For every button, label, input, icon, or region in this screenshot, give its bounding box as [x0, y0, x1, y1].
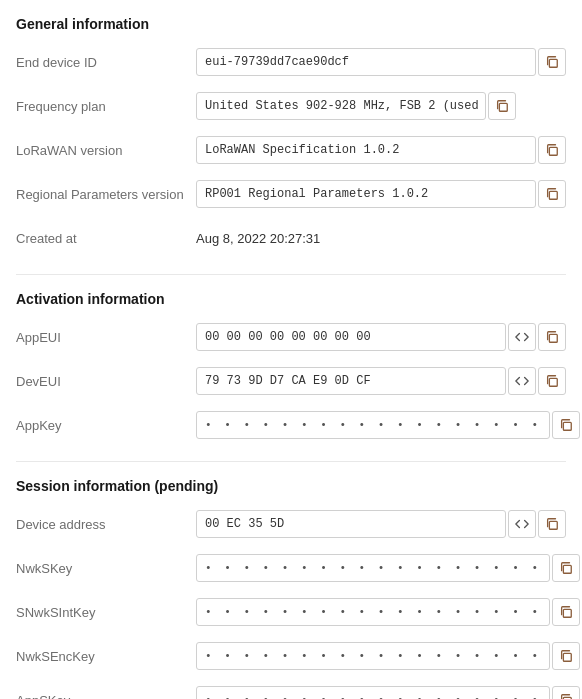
general-section: General information End device ID eui-79… [16, 16, 566, 254]
value-nwks-key: • • • • • • • • • • • • • • • • • • [196, 554, 550, 582]
svg-rect-3 [549, 191, 557, 199]
field-row-frequency-plan: Frequency plan United States 902-928 MHz… [16, 90, 566, 122]
label-nwks-enc-key: NwkSEncKey [16, 649, 196, 664]
value-frequency-plan: United States 902-928 MHz, FSB 2 (used b… [196, 92, 486, 120]
label-dev-eui: DevEUI [16, 374, 196, 389]
label-nwks-key: NwkSKey [16, 561, 196, 576]
value-lorawan-version: LoRaWAN Specification 1.0.2 [196, 136, 536, 164]
field-row-nwks-enc-key: NwkSEncKey • • • • • • • • • • • • • • •… [16, 640, 566, 672]
svg-rect-4 [549, 334, 557, 342]
copy-button-app-key[interactable] [552, 411, 580, 439]
copy-button-nwks-enc-key[interactable] [552, 642, 580, 670]
value-wrap-app-s-key: • • • • • • • • • • • • • • • • • • [196, 686, 582, 699]
session-title: Session information (pending) [16, 478, 566, 494]
label-regional-params: Regional Parameters version [16, 187, 196, 202]
value-wrap-end-device-id: eui-79739dd7cae90dcf [196, 48, 566, 76]
svg-rect-5 [549, 378, 557, 386]
activation-title: Activation information [16, 291, 566, 307]
copy-button-lorawan-version[interactable] [538, 136, 566, 164]
code-button-app-eui[interactable] [508, 323, 536, 351]
field-row-device-address: Device address 00 EC 35 5D [16, 508, 566, 540]
label-end-device-id: End device ID [16, 55, 196, 70]
value-wrap-nwks-enc-key: • • • • • • • • • • • • • • • • • • [196, 642, 582, 670]
value-dev-eui: 79 73 9D D7 CA E9 0D CF [196, 367, 506, 395]
value-wrap-snwks-int-key: • • • • • • • • • • • • • • • • • • [196, 598, 582, 626]
value-app-key: • • • • • • • • • • • • • • • • • • [196, 411, 550, 439]
copy-button-regional-params[interactable] [538, 180, 566, 208]
field-row-app-s-key: AppSKey • • • • • • • • • • • • • • • • … [16, 684, 566, 699]
svg-rect-2 [549, 147, 557, 155]
field-row-dev-eui: DevEUI 79 73 9D D7 CA E9 0D CF [16, 365, 566, 397]
copy-button-device-address[interactable] [538, 510, 566, 538]
value-wrap-dev-eui: 79 73 9D D7 CA E9 0D CF [196, 367, 566, 395]
value-app-eui: 00 00 00 00 00 00 00 00 [196, 323, 506, 351]
activation-section: Activation information AppEUI 00 00 00 0… [16, 291, 566, 441]
label-lorawan-version: LoRaWAN version [16, 143, 196, 158]
value-wrap-app-eui: 00 00 00 00 00 00 00 00 [196, 323, 566, 351]
field-row-lorawan-version: LoRaWAN version LoRaWAN Specification 1.… [16, 134, 566, 166]
label-app-key: AppKey [16, 418, 196, 433]
code-button-device-address[interactable] [508, 510, 536, 538]
value-end-device-id: eui-79739dd7cae90dcf [196, 48, 536, 76]
svg-rect-16 [563, 653, 571, 661]
value-app-s-key: • • • • • • • • • • • • • • • • • • [196, 686, 550, 699]
copy-button-frequency-plan[interactable] [488, 92, 516, 120]
label-app-s-key: AppSKey [16, 693, 196, 700]
copy-button-end-device-id[interactable] [538, 48, 566, 76]
code-button-dev-eui[interactable] [508, 367, 536, 395]
copy-button-snwks-int-key[interactable] [552, 598, 580, 626]
copy-button-nwks-key[interactable] [552, 554, 580, 582]
value-wrap-frequency-plan: United States 902-928 MHz, FSB 2 (used b… [196, 92, 566, 120]
svg-rect-0 [549, 59, 557, 67]
value-regional-params: RP001 Regional Parameters 1.0.2 [196, 180, 536, 208]
value-nwks-enc-key: • • • • • • • • • • • • • • • • • • [196, 642, 550, 670]
value-device-address: 00 EC 35 5D [196, 510, 506, 538]
field-row-snwks-int-key: SNwkSIntKey • • • • • • • • • • • • • • … [16, 596, 566, 628]
value-wrap-created-at: Aug 8, 2022 20:27:31 [196, 227, 566, 250]
label-device-address: Device address [16, 517, 196, 532]
copy-button-app-eui[interactable] [538, 323, 566, 351]
copy-button-dev-eui[interactable] [538, 367, 566, 395]
label-app-eui: AppEUI [16, 330, 196, 345]
svg-rect-6 [563, 422, 571, 430]
label-snwks-int-key: SNwkSIntKey [16, 605, 196, 620]
field-row-app-eui: AppEUI 00 00 00 00 00 00 00 00 [16, 321, 566, 353]
svg-rect-13 [563, 609, 571, 617]
svg-rect-10 [563, 565, 571, 573]
session-section: Session information (pending) Device add… [16, 478, 566, 699]
divider-2 [16, 461, 566, 462]
svg-rect-9 [549, 521, 557, 529]
value-wrap-nwks-key: • • • • • • • • • • • • • • • • • • [196, 554, 582, 582]
field-row-end-device-id: End device ID eui-79739dd7cae90dcf [16, 46, 566, 78]
field-row-nwks-key: NwkSKey • • • • • • • • • • • • • • • • … [16, 552, 566, 584]
value-snwks-int-key: • • • • • • • • • • • • • • • • • • [196, 598, 550, 626]
divider-1 [16, 274, 566, 275]
value-wrap-app-key: • • • • • • • • • • • • • • • • • • [196, 411, 582, 439]
copy-button-app-s-key[interactable] [552, 686, 580, 699]
general-title: General information [16, 16, 566, 32]
value-wrap-regional-params: RP001 Regional Parameters 1.0.2 [196, 180, 566, 208]
svg-rect-1 [499, 103, 507, 111]
label-frequency-plan: Frequency plan [16, 99, 196, 114]
field-row-created-at: Created at Aug 8, 2022 20:27:31 [16, 222, 566, 254]
value-wrap-device-address: 00 EC 35 5D [196, 510, 566, 538]
value-wrap-lorawan-version: LoRaWAN Specification 1.0.2 [196, 136, 566, 164]
field-row-app-key: AppKey • • • • • • • • • • • • • • • • •… [16, 409, 566, 441]
label-created-at: Created at [16, 231, 196, 246]
field-row-regional-params: Regional Parameters version RP001 Region… [16, 178, 566, 210]
value-created-at: Aug 8, 2022 20:27:31 [196, 227, 320, 250]
